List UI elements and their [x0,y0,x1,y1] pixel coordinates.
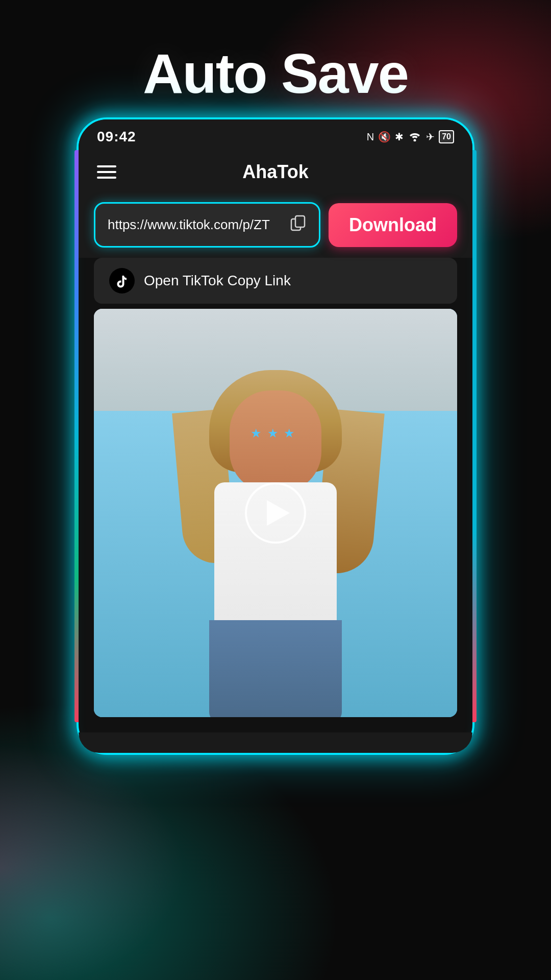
copy-icon[interactable] [290,215,307,235]
menu-button[interactable] [97,165,116,179]
hamburger-line-3 [97,177,116,179]
person-jeans [209,620,342,717]
tiktok-logo [109,268,135,293]
video-thumbnail[interactable]: ★ ★ ★ [94,309,457,717]
title-section: Auto Save [0,41,551,106]
phone-frame: 09:42 N 🔇 ✱ ✈ 70 [77,117,474,755]
wifi-icon [408,130,422,144]
tiktok-banner-text: Open TikTok Copy Link [144,273,291,289]
page-title: Auto Save [0,41,551,106]
hamburger-line-2 [97,171,116,173]
url-section: https://www.tiktok.com/p/ZT Download [79,192,472,258]
tiktok-banner[interactable]: Open TikTok Copy Link [94,258,457,304]
download-button[interactable]: Download [329,203,457,247]
bluetooth-icon: ✱ [395,131,404,143]
status-bar: 09:42 N 🔇 ✱ ✈ 70 [79,119,472,152]
svg-point-0 [414,139,416,141]
battery-icon: 70 [439,130,454,143]
hamburger-line-1 [97,165,116,167]
mute-icon: 🔇 [378,131,391,143]
nfc-icon: N [367,131,374,143]
play-icon [267,500,290,526]
download-button-label: Download [349,214,437,235]
url-text: https://www.tiktok.com/p/ZT [108,217,270,233]
phone-mockup: 09:42 N 🔇 ✱ ✈ 70 [77,117,474,755]
play-button[interactable] [245,482,306,544]
url-bar[interactable]: https://www.tiktok.com/p/ZT [94,202,320,248]
airplane-icon: ✈ [426,131,435,143]
app-title: AhaTok [116,161,435,183]
phone-bottom [79,732,472,753]
status-time: 09:42 [97,129,136,145]
face: ★ ★ ★ [230,390,321,493]
app-header: AhaTok [79,152,472,192]
status-icons: N 🔇 ✱ ✈ 70 [367,130,454,144]
face-decoration: ★ ★ ★ [251,426,296,440]
svg-rect-2 [295,216,305,227]
